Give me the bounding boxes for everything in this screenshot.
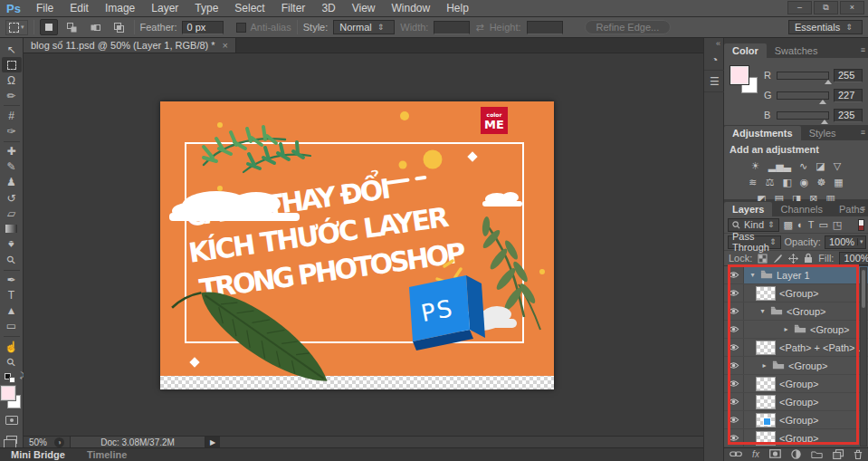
curves-icon[interactable]: ∿ [799, 159, 807, 172]
new-group-icon[interactable] [811, 449, 823, 460]
color-balance-icon[interactable]: ⚖ [766, 176, 775, 188]
brush-tool[interactable]: ✎ [2, 159, 22, 175]
crop-tool[interactable]: # [2, 108, 22, 123]
rectangle-tool[interactable]: ▭ [2, 319, 22, 334]
layer-name[interactable]: <Group> [810, 324, 849, 335]
panel-tab[interactable]: Adjustments [724, 126, 801, 140]
expand-collapse-icon[interactable] [760, 361, 768, 370]
swap-dimensions-icon[interactable]: ⇄ [475, 22, 483, 34]
spot-healing-brush-tool[interactable]: ✚ [2, 144, 22, 159]
quick-selection-tool[interactable]: ✏ [2, 88, 22, 103]
path-selection-tool[interactable]: ▲ [2, 303, 22, 319]
subtract-from-selection-mode-button[interactable] [87, 19, 105, 35]
new-adjustment-layer-icon[interactable] [791, 449, 801, 461]
minimize-button[interactable]: – [787, 1, 812, 14]
channel-mixer-icon[interactable]: ☸ [816, 176, 825, 188]
menu-item[interactable]: Window [384, 2, 439, 14]
layer-name[interactable]: <Group> [779, 288, 818, 299]
color-lookup-icon[interactable]: ▦ [834, 176, 843, 188]
layer-thumbnail[interactable] [756, 286, 776, 301]
status-flyout-arrow-icon[interactable]: ▶ [205, 437, 220, 448]
channel-slider[interactable] [777, 72, 829, 80]
panel-tab[interactable]: Styles [801, 126, 844, 140]
layer-row[interactable]: <Group> [724, 375, 868, 393]
default-colors-icon[interactable]: ⤸ [5, 373, 19, 383]
type-layer-filter-icon[interactable]: T [808, 219, 815, 230]
black-white-icon[interactable]: ◧ [782, 176, 791, 188]
expand-collapse-icon[interactable] [749, 271, 757, 279]
panel-tab[interactable]: Color [724, 43, 767, 58]
lock-all-icon[interactable] [804, 253, 813, 264]
brightness-contrast-icon[interactable]: ☀ [751, 159, 760, 172]
filter-toggle-switch[interactable] [858, 219, 864, 231]
feather-input[interactable]: 0 px [182, 21, 224, 34]
move-tool[interactable]: ↖ [2, 42, 22, 57]
menu-item[interactable]: View [344, 2, 384, 14]
layer-name[interactable]: <Group> [787, 306, 825, 317]
lock-transparent-pixels-icon[interactable] [758, 254, 768, 264]
slider-marker[interactable] [825, 80, 832, 84]
layer-name[interactable]: <Path> + <Path> ... [779, 342, 866, 353]
panel-tab[interactable]: Layers [724, 202, 772, 216]
layer-row[interactable]: <Group> [724, 429, 868, 447]
panel-tab[interactable]: Channels [772, 202, 830, 216]
screen-mode-button[interactable] [2, 433, 22, 447]
hand-tool[interactable]: ☝ [2, 339, 22, 354]
visibility-eye-icon[interactable] [724, 393, 744, 410]
levels-icon[interactable]: ▂▅▃ [768, 159, 791, 172]
menu-item[interactable]: 3D [313, 2, 343, 14]
bottom-panel-tab[interactable]: Mini Bridge [0, 449, 76, 460]
refine-edge-button[interactable]: Refine Edge... [585, 20, 672, 34]
rectangular-marquee-tool[interactable] [2, 57, 22, 72]
layer-row[interactable]: <Group> [724, 357, 868, 375]
channel-value-input[interactable]: 227 [834, 89, 863, 102]
expand-dock-icon[interactable]: « [704, 38, 723, 49]
canvas-area[interactable]: color ME [24, 53, 703, 436]
fill-input[interactable]: 100% ▾ [839, 252, 868, 265]
visibility-eye-icon[interactable] [724, 339, 744, 356]
layers-scrollbar[interactable] [860, 267, 867, 447]
history-brush-tool[interactable]: ↺ [2, 190, 22, 206]
layer-row[interactable]: <Group> [724, 321, 868, 339]
channel-slider[interactable] [777, 111, 829, 120]
visibility-eye-icon[interactable] [724, 429, 744, 447]
vibrance-icon[interactable]: ▽ [834, 159, 841, 172]
panel-tab[interactable]: Swatches [767, 43, 826, 58]
layer-row[interactable]: <Group> [724, 284, 868, 303]
filter-kind-select[interactable]: Kind ⇕ [728, 218, 779, 232]
expand-collapse-icon[interactable] [782, 325, 790, 333]
eyedropper-tool[interactable]: ✑ [2, 124, 22, 139]
dodge-tool[interactable]: ⚲ [2, 252, 22, 267]
width-input[interactable] [434, 21, 470, 34]
channel-value-input[interactable]: 235 [834, 109, 863, 122]
menu-item[interactable]: Edit [62, 2, 97, 14]
close-button[interactable]: × [840, 1, 864, 14]
visibility-eye-icon[interactable] [724, 357, 744, 374]
document-tab[interactable]: blog số 11.psd @ 50% (Layer 1, RGB/8) * … [24, 38, 236, 53]
layer-thumbnail[interactable] [756, 341, 776, 355]
pixel-layer-filter-icon[interactable]: ▩ [784, 219, 793, 231]
panel-menu-icon[interactable]: ≡ [861, 204, 865, 213]
menu-item[interactable]: Layer [143, 2, 186, 14]
zoom-tool[interactable]: ⚲ [2, 354, 22, 370]
channel-slider[interactable] [777, 91, 829, 100]
layer-row[interactable]: <Group> [724, 411, 868, 429]
menu-item[interactable]: Filter [273, 2, 314, 14]
document-canvas[interactable]: color ME [160, 101, 554, 389]
smart-object-filter-icon[interactable]: ◳ [833, 219, 842, 231]
hue-saturation-icon[interactable]: ≋ [749, 176, 757, 188]
photo-filter-icon[interactable]: ◉ [800, 176, 809, 188]
type-tool[interactable]: T [2, 288, 22, 303]
layer-name[interactable]: <Group> [788, 360, 827, 371]
bottom-panel-tab[interactable]: Timeline [76, 449, 138, 460]
lock-image-pixels-icon[interactable] [773, 254, 783, 264]
blur-tool[interactable]: ♠ [2, 236, 22, 252]
visibility-eye-icon[interactable] [724, 284, 744, 302]
visibility-eye-icon[interactable] [724, 321, 744, 338]
slider-marker[interactable] [819, 100, 826, 104]
layer-name[interactable]: <Group> [779, 433, 818, 444]
visibility-eye-icon[interactable] [724, 303, 744, 320]
layer-name[interactable]: Layer 1 [777, 270, 810, 281]
antialias-checkbox[interactable] [236, 23, 246, 33]
gradient-tool[interactable] [2, 221, 22, 236]
